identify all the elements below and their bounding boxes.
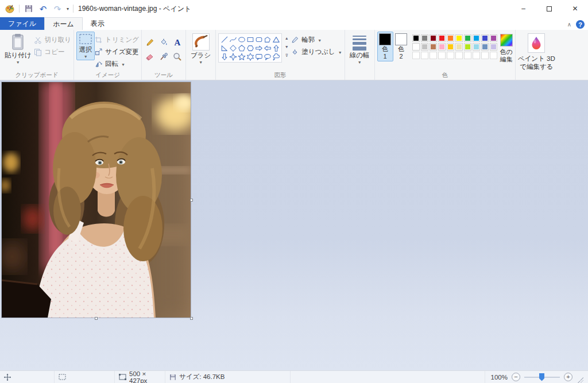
palette-color[interactable]: [421, 34, 428, 42]
shape-fill-button[interactable]: 塗りつぶし ▼: [291, 47, 342, 57]
shape-diamond[interactable]: [229, 44, 237, 52]
shape-arrow-down[interactable]: [220, 52, 229, 61]
shape-callout-rounded[interactable]: [254, 52, 263, 61]
save-icon[interactable]: [24, 3, 34, 14]
palette-color[interactable]: [481, 43, 489, 51]
palette-color[interactable]: [438, 43, 446, 51]
pencil-tool[interactable]: [144, 37, 156, 48]
rotate-button[interactable]: 回転 ▼: [95, 59, 139, 69]
qat-customize-icon[interactable]: ▾: [67, 6, 69, 11]
palette-color[interactable]: [464, 34, 471, 42]
close-button[interactable]: ✕: [562, 0, 588, 17]
maximize-button[interactable]: [536, 0, 562, 17]
shape-star-5[interactable]: [237, 52, 246, 61]
select-button[interactable]: 選択 ▼: [76, 32, 95, 60]
palette-color[interactable]: [455, 34, 463, 42]
canvas-resize-handle-bottom[interactable]: [95, 317, 98, 320]
palette-color[interactable]: [490, 34, 497, 42]
palette-color[interactable]: [447, 34, 454, 42]
canvas-resize-handle-right[interactable]: [190, 199, 193, 202]
palette-empty-slot[interactable]: [430, 52, 437, 59]
paint3d-button[interactable]: ペイント 3Dで編集する: [518, 32, 555, 71]
shape-rounded-rectangle[interactable]: [254, 35, 263, 44]
color2-button[interactable]: 色2: [393, 32, 409, 61]
shape-line[interactable]: [220, 35, 229, 44]
text-tool[interactable]: A: [172, 37, 183, 48]
color1-button[interactable]: 色1: [377, 32, 393, 61]
resize-button[interactable]: サイズ変更: [95, 47, 139, 57]
shape-star-6[interactable]: [246, 52, 254, 61]
shape-arrow-left[interactable]: [263, 44, 272, 52]
paste-button[interactable]: 貼り付け ▼: [2, 32, 34, 66]
eraser-tool[interactable]: [144, 51, 156, 63]
zoom-out-button[interactable]: −: [512, 373, 520, 381]
shape-triangle[interactable]: [272, 35, 280, 44]
palette-color[interactable]: [412, 34, 420, 42]
shape-star-4[interactable]: [229, 52, 237, 61]
help-icon[interactable]: ?: [576, 20, 585, 29]
file-size-text: サイズ: 46.7KB: [179, 373, 225, 381]
shape-arrow-up[interactable]: [272, 44, 280, 52]
crop-button[interactable]: トリミング: [95, 35, 139, 45]
palette-empty-slot[interactable]: [481, 52, 489, 59]
palette-color[interactable]: [421, 43, 428, 51]
palette-color[interactable]: [455, 43, 463, 51]
tab-file[interactable]: ファイル: [0, 17, 44, 30]
shape-hexagon[interactable]: [246, 44, 254, 52]
outline-button[interactable]: 輪郭 ▼: [291, 35, 342, 45]
palette-color[interactable]: [473, 43, 480, 51]
gallery-down-icon[interactable]: ▼: [283, 43, 290, 51]
resize-grip[interactable]: [578, 377, 583, 383]
zoom-in-button[interactable]: +: [564, 373, 572, 381]
line-width-button[interactable]: 線の幅 ▼: [347, 32, 372, 66]
redo-icon[interactable]: ↷: [52, 3, 63, 14]
zoom-slider[interactable]: [524, 373, 560, 381]
file-size-segment: サイズ: 46.7KB: [165, 371, 291, 383]
cut-button[interactable]: 切り取り: [34, 35, 72, 45]
shape-arrow-right[interactable]: [254, 44, 263, 52]
palette-color[interactable]: [412, 43, 420, 51]
tab-home[interactable]: ホーム: [44, 17, 83, 30]
palette-color[interactable]: [447, 43, 454, 51]
palette-empty-slot[interactable]: [464, 52, 471, 59]
shape-polygon[interactable]: [263, 35, 272, 44]
undo-icon[interactable]: ↶: [38, 3, 48, 14]
palette-color[interactable]: [430, 34, 437, 42]
palette-empty-slot[interactable]: [438, 52, 446, 59]
magnifier-tool[interactable]: [172, 51, 183, 63]
palette-empty-slot[interactable]: [455, 52, 463, 59]
shape-right-triangle[interactable]: [220, 44, 229, 52]
copy-button[interactable]: コピー: [34, 47, 72, 57]
zoom-slider-thumb[interactable]: [539, 373, 544, 381]
brush-button[interactable]: ブラシ ▼: [188, 32, 213, 66]
shape-ellipse[interactable]: [237, 35, 246, 44]
palette-color[interactable]: [430, 43, 437, 51]
palette-color[interactable]: [464, 43, 471, 51]
canvas-photo[interactable]: [2, 82, 191, 318]
edit-colors-button[interactable]: 色の編集: [500, 32, 513, 63]
shape-callout-cloud[interactable]: [272, 52, 280, 61]
collapse-ribbon-icon[interactable]: ∧: [567, 22, 571, 28]
palette-empty-slot[interactable]: [412, 52, 420, 59]
palette-empty-slot[interactable]: [490, 52, 497, 59]
minimize-button[interactable]: –: [510, 0, 536, 17]
color-picker-tool[interactable]: [158, 51, 169, 63]
palette-empty-slot[interactable]: [473, 52, 480, 59]
canvas-resize-handle-corner[interactable]: [190, 317, 193, 320]
palette-empty-slot[interactable]: [447, 52, 454, 59]
shape-rectangle[interactable]: [246, 35, 254, 44]
shape-curve[interactable]: [229, 35, 237, 44]
palette-color[interactable]: [481, 34, 489, 42]
fill-tool[interactable]: [158, 37, 169, 48]
gallery-more-icon[interactable]: ⊽: [283, 52, 290, 59]
palette-color[interactable]: [473, 34, 480, 42]
tab-view[interactable]: 表示: [83, 17, 113, 30]
shape-callout-oval[interactable]: [263, 52, 272, 61]
gallery-up-icon[interactable]: ▲: [283, 34, 290, 42]
palette-empty-slot[interactable]: [421, 52, 428, 59]
group-shapes: ▲ ▼ ⊽ 輪郭 ▼ 塗りつぶし ▼ 図形: [216, 30, 345, 80]
palette-color[interactable]: [490, 43, 497, 51]
brush-icon: [192, 33, 210, 51]
palette-color[interactable]: [438, 34, 446, 42]
shape-pentagon[interactable]: [237, 44, 246, 52]
